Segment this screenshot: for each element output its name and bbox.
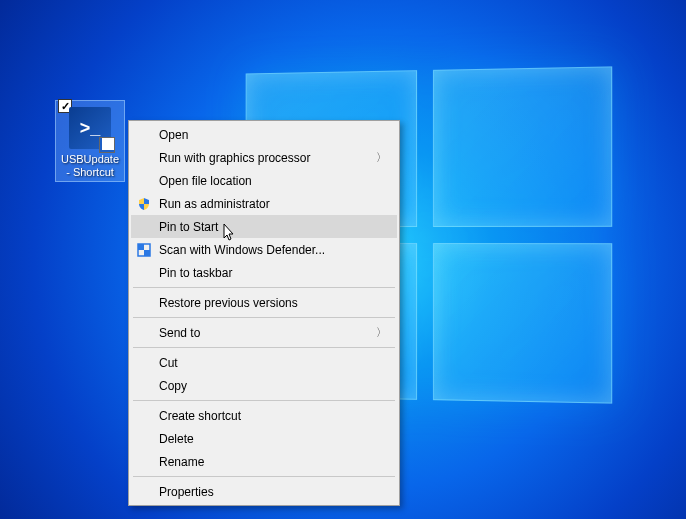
menu-item-label: Scan with Windows Defender...: [159, 243, 325, 257]
menu-item-label: Properties: [159, 485, 214, 499]
menu-item-label: Cut: [159, 356, 178, 370]
svg-rect-2: [144, 250, 150, 256]
menu-item-scan-defender[interactable]: Scan with Windows Defender...: [131, 238, 397, 261]
menu-item-delete[interactable]: Delete: [131, 427, 397, 450]
menu-item-restore[interactable]: Restore previous versions: [131, 291, 397, 314]
menu-item-open[interactable]: Open: [131, 123, 397, 146]
menu-separator: [133, 347, 395, 348]
menu-item-label: Copy: [159, 379, 187, 393]
menu-item-label: Delete: [159, 432, 194, 446]
icon-label: USBUpdate - Shortcut: [58, 153, 122, 179]
menu-item-pin-start[interactable]: Pin to Start: [131, 215, 397, 238]
menu-separator: [133, 400, 395, 401]
menu-item-run-graphics[interactable]: Run with graphics processor〉: [131, 146, 397, 169]
menu-item-run-admin[interactable]: Run as administrator: [131, 192, 397, 215]
submenu-arrow-icon: 〉: [376, 325, 387, 340]
menu-item-rename[interactable]: Rename: [131, 450, 397, 473]
menu-item-label: Run with graphics processor: [159, 151, 310, 165]
svg-rect-1: [138, 244, 144, 250]
submenu-arrow-icon: 〉: [376, 150, 387, 165]
menu-item-label: Run as administrator: [159, 197, 270, 211]
menu-item-label: Pin to Start: [159, 220, 218, 234]
desktop[interactable]: ✓ >_ USBUpdate - Shortcut OpenRun with g…: [0, 0, 686, 519]
context-menu: OpenRun with graphics processor〉Open fil…: [128, 120, 400, 506]
menu-separator: [133, 317, 395, 318]
menu-separator: [133, 287, 395, 288]
menu-item-open-location[interactable]: Open file location: [131, 169, 397, 192]
menu-item-label: Open: [159, 128, 188, 142]
menu-item-label: Rename: [159, 455, 204, 469]
menu-item-label: Open file location: [159, 174, 252, 188]
desktop-shortcut-usbupdate[interactable]: ✓ >_ USBUpdate - Shortcut: [55, 100, 125, 182]
menu-item-label: Pin to taskbar: [159, 266, 232, 280]
uac-shield-icon: [135, 195, 153, 213]
menu-item-cut[interactable]: Cut: [131, 351, 397, 374]
menu-item-copy[interactable]: Copy: [131, 374, 397, 397]
menu-item-pin-taskbar[interactable]: Pin to taskbar: [131, 261, 397, 284]
menu-separator: [133, 476, 395, 477]
menu-item-label: Send to: [159, 326, 200, 340]
powershell-icon: >_: [69, 107, 111, 149]
menu-item-label: Create shortcut: [159, 409, 241, 423]
menu-item-label: Restore previous versions: [159, 296, 298, 310]
menu-item-properties[interactable]: Properties: [131, 480, 397, 503]
windows-defender-icon: [135, 241, 153, 259]
menu-item-create-shortcut[interactable]: Create shortcut: [131, 404, 397, 427]
menu-item-send-to[interactable]: Send to〉: [131, 321, 397, 344]
